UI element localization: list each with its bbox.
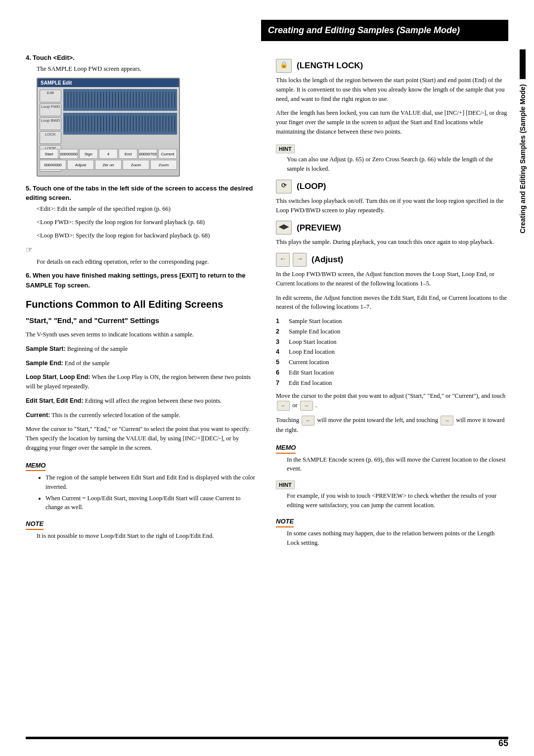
note-text-left: It is not possible to move Loop/Edit Sta…: [37, 531, 258, 541]
adj-move-b: or: [292, 402, 299, 409]
memo-label-left: MEMO: [26, 461, 45, 472]
intro-para: The V-Synth uses seven terms to indicate…: [26, 330, 258, 339]
ss-f: Zoom: [150, 160, 177, 170]
al-n6: 6: [276, 368, 283, 378]
def-sample-end-l: Sample End:: [26, 360, 63, 367]
def-sample-start-l: Sample Start:: [26, 345, 66, 352]
ss-f: 4: [99, 149, 118, 159]
adjust-left-icon: ←: [276, 253, 290, 267]
lock-hint-text: You can also use Adjust (p. 65) or Zero …: [287, 155, 508, 174]
hint-label-lock: HINT: [276, 144, 295, 153]
memo-list: The region of the sample between Edit St…: [45, 473, 258, 512]
al-t1: Sample Start location: [289, 317, 342, 326]
screenshot-title: SAMPLE Edit: [38, 79, 179, 87]
adjust-left-inline-icon: ←: [277, 401, 290, 411]
step5-title: Touch one of the tabs in the left side o…: [26, 185, 253, 202]
adjust-p2: In edit screens, the Adjust function mov…: [276, 293, 508, 312]
ss-btn-edit: Edit: [40, 90, 61, 102]
step4-title: Touch <Edit>.: [33, 54, 75, 61]
loop-p: This switches loop playback on/off. Turn…: [276, 196, 508, 215]
lock-p2: After the length has been locked, you ca…: [276, 108, 508, 136]
waveform-upper: [63, 89, 177, 111]
sample-edit-screenshot: SAMPLE Edit Edit Loop FWD Loop BWD LOCK …: [37, 78, 180, 177]
memo-text-right: In the SAMPLE Encode screen (p. 69), thi…: [287, 455, 508, 474]
start-end-current-heading: "Start," "End," and "Current" Settings: [26, 315, 258, 327]
note-label-left: NOTE: [26, 519, 44, 530]
ss-f: Current: [158, 149, 177, 159]
pointer-icon: ☞: [26, 244, 36, 256]
ss-f: Start: [40, 149, 58, 159]
al-n5: 5: [276, 358, 283, 367]
al-n7: 7: [276, 378, 283, 388]
lock-icon: 🔒: [276, 59, 292, 73]
ss-f: End: [119, 149, 137, 159]
length-lock-title: (LENGTH LOCK): [297, 59, 363, 72]
adjust-p1: In the Loop FWD/BWD screen, the Adjust f…: [276, 270, 508, 288]
al-t3: Loop Start location: [289, 337, 337, 347]
ss-btn-lock: LOCK: [40, 131, 61, 144]
preview-icon: ◀▶: [276, 221, 292, 235]
memo-item-1: The region of the sample between Edit St…: [45, 473, 258, 492]
al-t5: Current location: [289, 358, 329, 367]
memo-item-2: When Current = Loop/Edit Start, moving L…: [45, 494, 258, 513]
lock-p1: This locks the length of the region betw…: [276, 76, 508, 103]
def-loop-l2: Loop End:: [60, 374, 90, 380]
page-header: Creating and Editing Samples (Sample Mod…: [261, 20, 508, 41]
preview-title: (PREVIEW): [297, 222, 341, 235]
adjust-right-inline-icon: →: [300, 401, 313, 411]
adjust-move-line: Move the cursor to the point that you wa…: [276, 391, 508, 411]
side-tab-bar: [520, 49, 526, 79]
def-edit-l2: Edit End:: [56, 397, 84, 404]
move-para: Move the cursor to "Start," "End," or "C…: [26, 425, 258, 452]
def-current-t: This is the currently selected location …: [50, 412, 180, 419]
al-n2: 2: [276, 327, 283, 336]
al-t4: Loop End location: [289, 347, 335, 357]
ss-f: 00000000: [59, 149, 78, 159]
step6-title: When you have finished making settings, …: [26, 272, 245, 289]
def-sample-end-t: End of the sample: [63, 360, 110, 367]
ss-f: Sign: [79, 149, 98, 159]
adj-touch-a: Touching: [276, 417, 301, 424]
adj-move-c: .: [315, 402, 317, 409]
hint-label-right: HINT: [276, 480, 295, 489]
functions-heading: Functions Common to All Editing Screens: [26, 298, 258, 310]
step4-desc: The SAMPLE Loop FWD screen appears.: [37, 64, 258, 74]
adj-move-a: Move the cursor to the point that you wa…: [276, 392, 505, 399]
adjust-right-inline2-icon: →: [441, 416, 453, 425]
hint-text-right: For example, if you wish to touch <PREVI…: [287, 491, 508, 510]
al-n4: 4: [276, 347, 283, 357]
right-column: 🔒 (LENGTH LOCK) This locks the length of…: [276, 53, 508, 551]
step5-l2: <Loop FWD>: Specify the loop region for …: [37, 218, 258, 227]
adjust-right-icon: →: [293, 253, 307, 267]
footer-bar: [26, 737, 508, 739]
ss-f: Zer on: [95, 160, 122, 170]
preview-p: This plays the sample. During playback, …: [276, 237, 508, 247]
ss-f: Zoom: [123, 160, 149, 170]
adjust-title: (Adjust): [312, 253, 343, 266]
note-label-right: NOTE: [276, 517, 294, 527]
ss-btn-loopbwd: Loop BWD: [40, 117, 61, 130]
ss-f: Adjust: [67, 160, 94, 170]
al-n1: 1: [276, 317, 283, 326]
adj-touch-b: will move the point toward the left, and…: [317, 417, 440, 424]
def-loop-l1: Loop Start: [26, 374, 57, 380]
page-number: 65: [498, 737, 508, 750]
loop-title: (LOOP): [297, 180, 326, 193]
ref-note: For details on each editing operation, r…: [37, 257, 258, 267]
ss-f: 00000703: [138, 149, 157, 159]
ss-f: 00000000: [40, 160, 66, 170]
adjust-left-inline2-icon: ←: [302, 416, 314, 425]
left-column: 4. Touch <Edit>. The SAMPLE Loop FWD scr…: [26, 53, 258, 551]
al-t2: Sample End location: [289, 327, 340, 336]
side-tab: Creating and Editing Samples (Sample Mod…: [518, 49, 528, 234]
def-current-l: Current:: [26, 412, 50, 419]
al-t7: Edit End location: [289, 378, 332, 388]
step5-num: 5.: [26, 185, 31, 192]
def-sample-start-t: Beginning of the sample: [66, 345, 128, 352]
al-t6: Edit Start location: [289, 368, 334, 378]
step4-num: 4.: [26, 54, 31, 61]
adjust-list: 1Sample Start location 2Sample End locat…: [276, 317, 508, 387]
waveform-lower: [63, 113, 177, 135]
loop-icon: ⟳: [276, 180, 292, 193]
ss-btn-loopfwd: Loop FWD: [40, 103, 61, 116]
